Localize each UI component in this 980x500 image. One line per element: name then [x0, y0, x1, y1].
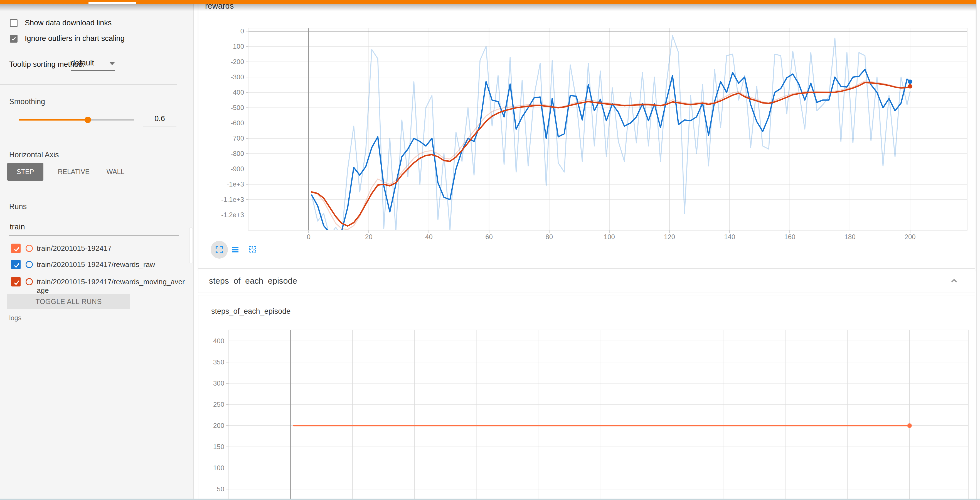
ignore-outliers-label: Ignore outliers in chart scaling	[25, 34, 125, 43]
sidebar-scrollbar-thumb[interactable]	[189, 227, 193, 264]
rewards-chart-card: rewards 0-100-200-300-400-500-600-700-80…	[198, 4, 975, 271]
steps-chart-title: steps_of_each_episode	[211, 307, 291, 316]
smoothing-slider[interactable]	[19, 116, 134, 123]
sidebar-divider	[0, 189, 177, 189]
axis-wall-button[interactable]: WALL	[100, 163, 131, 181]
slider-fill	[19, 119, 88, 121]
steps-chart-card: steps_of_each_episode 501001502002503003…	[198, 295, 975, 500]
horizontal-axis-label: Horizontal Axis	[9, 151, 59, 159]
data-series-icon[interactable]	[231, 245, 240, 254]
tooltip-sorting-dropdown[interactable]: default	[71, 56, 115, 71]
axis-relative-button[interactable]: RELATIVE	[49, 163, 98, 181]
horizontal-axis-buttons: STEP RELATIVE WALL	[0, 163, 193, 181]
run-label: train/20201015-192417	[37, 244, 187, 253]
settings-sidebar: Show data download links Ignore outliers…	[0, 4, 194, 500]
run-checkbox[interactable]	[11, 244, 21, 253]
ignore-outliers-checkbox[interactable]	[10, 35, 18, 43]
ignore-outliers-row: Ignore outliers in chart scaling	[10, 34, 125, 43]
run-radio[interactable]	[25, 261, 33, 268]
tooltip-sorting-value: default	[71, 56, 115, 67]
steps-section-header[interactable]: steps_of_each_episode	[198, 268, 975, 293]
run-label: train/20201015-192417/rewards_moving_ave…	[37, 277, 187, 295]
smoothing-value-input[interactable]: 0.6	[143, 113, 177, 126]
run-filter-input[interactable]	[9, 219, 179, 236]
logdir-label: logs	[9, 314, 21, 322]
expand-chart-icon[interactable]	[215, 245, 224, 254]
dropdown-caret-icon	[110, 62, 115, 65]
main-content: rewards 0-100-200-300-400-500-600-700-80…	[194, 4, 977, 500]
show-download-links-checkbox[interactable]	[10, 19, 18, 27]
steps-chart-plot[interactable]: 50100150200250300350400	[228, 330, 969, 500]
sidebar-divider	[0, 136, 177, 136]
run-label: train/20201015-192417/rewards_raw	[37, 260, 187, 269]
run-checkbox[interactable]	[11, 260, 21, 269]
show-download-links-label: Show data download links	[25, 19, 111, 27]
run-checkbox[interactable]	[11, 277, 21, 287]
fit-domain-icon[interactable]	[248, 245, 257, 254]
page-scrollbar[interactable]	[976, 0, 980, 500]
window-bottom-edge	[0, 498, 980, 500]
show-download-links-row: Show data download links	[10, 19, 111, 27]
slider-thumb[interactable]	[84, 117, 91, 123]
section-title: steps_of_each_episode	[209, 269, 297, 293]
axis-step-button[interactable]: STEP	[7, 163, 43, 181]
run-radio[interactable]	[25, 245, 33, 252]
toggle-all-runs-button[interactable]: TOGGLE ALL RUNS	[7, 294, 130, 309]
rewards-chart-plot[interactable]: 0-100-200-300-400-500-600-700-800-900-1e…	[248, 28, 967, 231]
collapse-chevron-icon[interactable]	[949, 276, 959, 286]
active-tab-indicator	[89, 2, 136, 4]
run-radio[interactable]	[25, 278, 33, 285]
rewards-chart-title: rewards	[205, 4, 234, 11]
app-toolbar	[0, 0, 980, 4]
smoothing-label: Smoothing	[9, 97, 45, 106]
runs-heading: Runs	[9, 202, 27, 211]
